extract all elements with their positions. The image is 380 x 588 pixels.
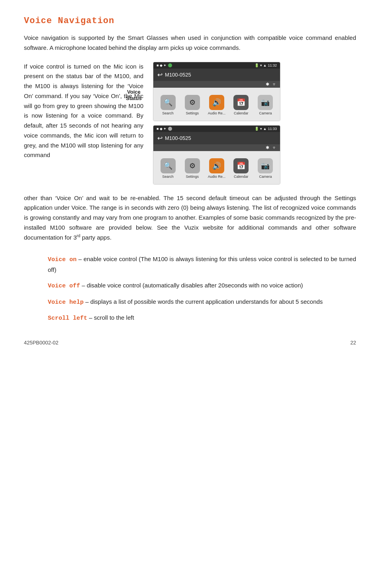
page-title: Voice Navigation [24, 16, 356, 26]
bottom-paragraph: other than ‘Voice On’ and wait to be re-… [24, 193, 356, 243]
statusbar-top: ■ ◆ ✦ 🔋 ▾ ▲ 11:32 [153, 62, 280, 69]
statusbar-left-bottom: ■ ◆ ✦ [157, 127, 172, 131]
command-voice-on: Voice on – enable voice control (The M10… [48, 254, 356, 275]
app-audio-top: 🔊 Audio Re... [204, 92, 229, 118]
mic-icon-grey [168, 127, 172, 131]
search-icon-bottom: 🔍 [161, 158, 176, 173]
sub-wifi-bottom: ᯤ [272, 145, 277, 150]
command-term-voice-help: Voice help [48, 299, 84, 306]
app-search-top: 🔍 Search [156, 92, 180, 118]
superscript-rd: rd [77, 234, 80, 238]
command-voice-help: Voice help – displays a list of possible… [48, 297, 356, 308]
apps-grid-top: 🔍 Search ⚙ Settings 🔊 Audio Re... 📅 Cale… [153, 88, 280, 121]
back-arrow-top: ↩ [157, 71, 163, 79]
mic-icon-green [168, 63, 172, 67]
back-arrow-bottom: ↩ [157, 134, 163, 142]
header-title-bottom: M100-0525 [165, 135, 191, 141]
statusbar-left-icons-bottom: ■ ◆ ✦ [157, 127, 166, 131]
audio-label-bottom: Audio Re... [208, 175, 226, 179]
app-search-bottom: 🔍 Search [156, 156, 180, 181]
phone-header-bottom: ↩ M100-0525 [153, 132, 280, 144]
settings-icon-top: ⚙ [185, 95, 200, 110]
command-scroll-left: Scroll left – scroll to the left [48, 313, 356, 324]
battery-icon-top: 🔋 [255, 63, 259, 67]
screenshot-bottom: ■ ◆ ✦ 🔋 ▾ ▲ 11:33 ↩ M100-0525 ✱ ᯤ [153, 125, 280, 185]
command-term-voice-off: Voice off [48, 283, 80, 289]
statusbar-right-bottom: 🔋 ▾ ▲ 11:33 [255, 127, 277, 131]
search-label-top: Search [162, 111, 174, 115]
battery-icon-bottom: 🔋 [255, 127, 259, 131]
camera-label-bottom: Camera [259, 175, 272, 179]
intro-paragraph: Voice navigation is supported by the Sma… [24, 33, 356, 53]
signal-icon-top: ▲ [263, 63, 267, 67]
footer-page-number: 22 [351, 340, 356, 346]
time-top: 11:32 [268, 63, 277, 67]
calendar-label-top: Calendar [234, 111, 249, 115]
header-title-top: M100-0525 [165, 72, 191, 78]
sub-statusbar-top: ✱ ᯤ [153, 81, 280, 88]
command-desc-voice-on: – enable voice control (The M100 is alwa… [48, 256, 356, 273]
settings-label-bottom: Settings [186, 175, 199, 179]
footer-doc-number: 425PB0002-02 [24, 340, 59, 346]
command-term-scroll-left: Scroll left [48, 315, 87, 322]
middle-section: If voice control is turned on the Mic ic… [24, 62, 356, 185]
app-settings-top: ⚙ Settings [180, 92, 204, 118]
calendar-icon-bottom: 📅 [233, 158, 249, 173]
command-desc-voice-off: – disable voice control (automatically d… [80, 282, 303, 289]
apps-grid-bottom: 🔍 Search ⚙ Settings 🔊 Audio Re... 📅 Cale… [153, 151, 280, 184]
page-footer: 425PB0002-02 22 [24, 340, 356, 346]
statusbar-right-top: 🔋 ▾ ▲ 11:32 [255, 63, 277, 67]
wifi-icon-top: ▾ [260, 63, 262, 67]
bottom-text-end: party apps. [80, 234, 112, 241]
calendar-icon-top: 📅 [233, 95, 249, 110]
commands-section: Voice on – enable voice control (The M10… [24, 254, 356, 324]
app-calendar-top: 📅 Calendar [229, 92, 253, 118]
sub-wifi-top: ᯤ [272, 82, 277, 87]
app-camera-bottom: 📷 Camera [253, 156, 278, 181]
wifi-icon-bottom: ▾ [260, 127, 262, 131]
command-desc-scroll-left: – scroll to the left [87, 314, 134, 321]
screenshots-container: Voice Status ■ ◆ ✦ 🔋 ▾ ▲ 11:32 ↩ M100-05… [153, 62, 356, 185]
signal-icon-bottom: ▲ [263, 127, 267, 131]
left-body-text: If voice control is turned on the Mic ic… [24, 62, 143, 185]
voice-status-label: Voice Status [126, 89, 142, 102]
sub-statusbar-bottom: ✱ ᯤ [153, 144, 280, 151]
screenshot-top: ■ ◆ ✦ 🔋 ▾ ▲ 11:32 ↩ M100-0525 ✱ ᯤ [153, 62, 280, 121]
app-audio-bottom: 🔊 Audio Re... [204, 156, 229, 181]
app-settings-bottom: ⚙ Settings [180, 156, 204, 181]
settings-icon-bottom: ⚙ [185, 158, 200, 173]
statusbar-left-icons-top: ■ ◆ ✦ [157, 63, 166, 67]
camera-icon-top: 📷 [258, 95, 273, 110]
phone-header-top: ↩ M100-0525 [153, 69, 280, 81]
bottom-text-main: other than ‘Voice On’ and wait to be re-… [24, 195, 356, 241]
sub-icons-bottom: ✱ [266, 145, 269, 150]
app-camera-top: 📷 Camera [253, 92, 278, 118]
command-term-voice-on: Voice on [48, 256, 76, 263]
search-label-bottom: Search [162, 175, 174, 179]
settings-label-top: Settings [186, 111, 199, 115]
camera-label-top: Camera [259, 111, 272, 115]
audio-icon-bottom: 🔊 [209, 158, 224, 173]
app-calendar-bottom: 📅 Calendar [229, 156, 253, 181]
audio-icon-top: 🔊 [209, 95, 224, 110]
command-desc-voice-help: – displays a list of possible words the … [84, 298, 323, 305]
statusbar-bottom: ■ ◆ ✦ 🔋 ▾ ▲ 11:33 [153, 126, 280, 132]
statusbar-left-top: ■ ◆ ✦ [157, 63, 172, 67]
calendar-label-bottom: Calendar [234, 175, 249, 179]
command-voice-off: Voice off – disable voice control (autom… [48, 281, 356, 291]
sub-icons-top: ✱ [266, 82, 269, 87]
audio-label-top: Audio Re... [208, 111, 226, 115]
search-icon-top: 🔍 [161, 95, 176, 110]
time-bottom: 11:33 [268, 127, 277, 131]
camera-icon-bottom: 📷 [258, 158, 273, 173]
